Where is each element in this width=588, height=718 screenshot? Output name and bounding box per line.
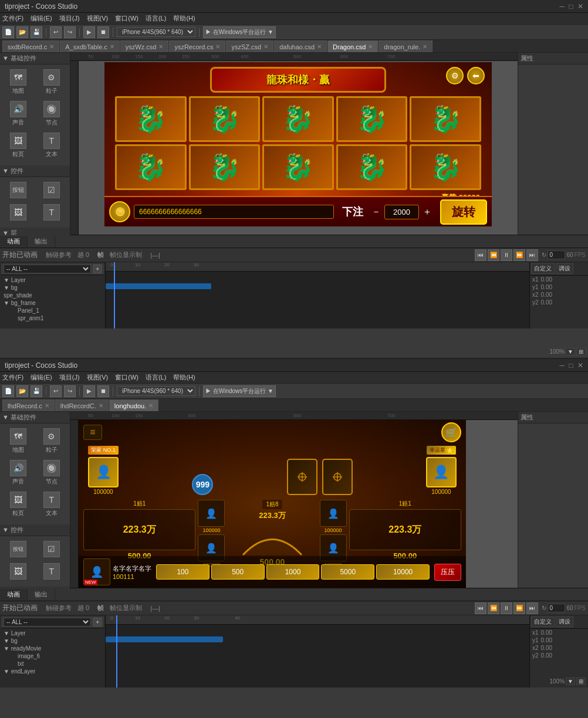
b-frame-input[interactable] <box>548 604 565 612</box>
canvas-content[interactable]: 龍珠和様・贏 ⚙ ⬅ 🐉 🐉 🐉 🐉 <box>79 61 518 235</box>
add-layer-btn[interactable]: + <box>93 265 102 273</box>
tab-dragon-rule[interactable]: dragon_rule.✕ <box>379 40 432 52</box>
b-define-btn[interactable]: 自定义 <box>531 617 555 627</box>
node-item[interactable]: 🔘节点 <box>36 99 68 129</box>
redo-btn[interactable]: ↪ <box>64 26 76 38</box>
b-text-item[interactable]: T文本 <box>36 489 68 520</box>
b-menu-project[interactable]: 项目(J) <box>59 373 80 382</box>
b-node-item[interactable]: 🔘节点 <box>36 458 68 488</box>
tab-yszsz[interactable]: yszSZ.csd✕ <box>226 40 273 52</box>
b-tl-pause-btn[interactable]: ⏸ <box>501 602 512 614</box>
b-settings-btn2[interactable]: 调设 <box>556 617 573 627</box>
b-canvas-content[interactable]: ≡ 🛒 荣家 NO.1 👤 100000 <box>79 420 518 588</box>
chip-500[interactable]: 500 <box>211 564 265 580</box>
b-loop-btn[interactable]: ↻ <box>542 605 546 611</box>
b-tab-lhdrec[interactable]: lhdRecord.c✕ <box>2 399 55 411</box>
b-tl-end-btn[interactable]: ⏭ <box>526 602 538 614</box>
particle-item[interactable]: ⚙粒子 <box>36 67 68 97</box>
b-run-btn[interactable]: ▶ 在Windows平台运行 ▼ <box>203 385 276 397</box>
b-text-widget[interactable]: T <box>36 561 68 582</box>
b-add-layer-btn[interactable]: + <box>93 618 102 626</box>
run-btn[interactable]: ▶ 在Windows平台运行 ▼ <box>203 26 276 38</box>
tab-yszwz[interactable]: yszWz.csd✕ <box>120 40 169 52</box>
menu-edit[interactable]: 编辑(E) <box>31 14 52 23</box>
stop-btn[interactable]: ⏹ <box>97 26 109 38</box>
settings-icon[interactable]: ⚙ <box>446 67 464 84</box>
close-icon[interactable]: ✕ <box>45 402 49 409</box>
b-new-btn[interactable]: 📄 <box>2 385 14 397</box>
bet-btn[interactable]: 压压 <box>434 564 461 581</box>
close-icon[interactable]: ✕ <box>148 402 153 409</box>
cart-btn[interactable]: 🛒 <box>441 422 461 442</box>
device-selector[interactable]: iPhone 4/4S(960 * 640) <box>117 27 195 37</box>
anim-tab[interactable]: 动画 <box>0 236 28 247</box>
checkbox-widget[interactable]: ☑ <box>36 180 68 201</box>
b-menu-edit[interactable]: 编辑(E) <box>31 373 52 382</box>
tl-end-btn[interactable]: ⏭ <box>526 249 538 261</box>
b-tab-longhudou[interactable]: longhudou.✕ <box>109 399 158 411</box>
layer-item[interactable]: 🖼粒页 <box>2 130 35 161</box>
b-menu-lang[interactable]: 语言(L) <box>146 373 166 382</box>
bottom-minimize-btn[interactable]: ─ <box>560 361 565 370</box>
save-btn[interactable]: 💾 <box>31 26 42 38</box>
close-icon[interactable]: ✕ <box>49 43 54 50</box>
close-btn[interactable]: ✕ <box>577 2 583 11</box>
chip-100[interactable]: 100 <box>156 564 209 580</box>
maximize-btn[interactable]: □ <box>569 2 573 11</box>
close-icon[interactable]: ✕ <box>263 43 268 50</box>
b-start-anim-btn[interactable]: 开始已动画 <box>2 603 38 613</box>
menu-lang[interactable]: 语言(L) <box>146 14 166 23</box>
start-anim-btn[interactable]: 开始已动画 <box>2 250 38 260</box>
b-menu-file[interactable]: 文件(F) <box>2 373 23 382</box>
b-layer-select[interactable]: -- ALL -- <box>4 618 91 626</box>
chip-5000[interactable]: 5000 <box>321 564 374 580</box>
b-open-btn[interactable]: 📂 <box>16 385 28 397</box>
button-widget[interactable]: 按钮 <box>2 180 35 201</box>
close-icon[interactable]: ✕ <box>423 43 427 50</box>
close-icon[interactable]: ✕ <box>110 43 114 50</box>
map-item[interactable]: 🗺地图 <box>2 67 35 97</box>
b-menu-view[interactable]: 视图(V) <box>87 373 109 382</box>
chip-1000[interactable]: 1000 <box>266 564 320 580</box>
sound-item[interactable]: 🔊声音 <box>2 99 35 129</box>
b-undo-btn[interactable]: ↩ <box>50 385 62 397</box>
tab-dafuhao[interactable]: dafuhao.csd✕ <box>274 40 327 52</box>
output-tab[interactable]: 输出 <box>28 236 55 247</box>
b-zoom-dropdown[interactable]: ▼ <box>566 678 575 685</box>
b-sound-item[interactable]: 🔊声音 <box>2 458 35 488</box>
tl-next-btn[interactable]: ⏩ <box>513 249 525 261</box>
tab-yszrec[interactable]: yszRecord.cs✕ <box>169 40 225 52</box>
fit-btn[interactable]: ⊞ <box>576 348 586 355</box>
spin-btn[interactable]: 旋转 <box>440 199 487 225</box>
tl-play-btn[interactable]: ⏮ <box>475 249 486 261</box>
tab-asxdb[interactable]: A_sxdbTable.c✕ <box>60 40 120 52</box>
minus-btn[interactable]: － <box>371 206 381 218</box>
b-device-selector[interactable]: iPhone 4/4S(960 * 640) <box>117 386 195 396</box>
tl-pause-btn[interactable]: ⏸ <box>501 249 512 261</box>
open-btn[interactable]: 📂 <box>16 26 28 38</box>
image-widget[interactable]: 🖼 <box>2 202 35 223</box>
new-btn[interactable]: 📄 <box>2 26 14 38</box>
tab-sxdb[interactable]: sxdbRecord.c✕ <box>2 40 59 52</box>
b-stop-btn[interactable]: ⏹ <box>97 385 109 397</box>
close-icon[interactable]: ✕ <box>368 43 373 50</box>
layer-select[interactable]: -- ALL -- <box>4 265 91 273</box>
b-save-btn[interactable]: 💾 <box>31 385 42 397</box>
b-particle-item[interactable]: ⚙粒子 <box>36 426 68 456</box>
b-image-widget[interactable]: 🖼 <box>2 561 35 582</box>
tl-prev-btn[interactable]: ⏪ <box>488 249 499 261</box>
b-tl-prev-btn[interactable]: ⏪ <box>488 602 499 614</box>
text-widget[interactable]: T <box>36 202 68 223</box>
settings-btn2[interactable]: 调设 <box>556 263 573 274</box>
bottom-close-btn[interactable]: ✕ <box>577 361 583 370</box>
exit-icon[interactable]: ⬅ <box>467 67 485 84</box>
menu-window[interactable]: 窗口(W) <box>115 14 138 23</box>
text-item[interactable]: T文本 <box>36 130 68 161</box>
b-menu-window[interactable]: 窗口(W) <box>115 373 138 382</box>
chip-10000[interactable]: 10000 <box>376 564 430 580</box>
b-redo-btn[interactable]: ↪ <box>64 385 76 397</box>
b-checkbox-widget[interactable]: ☑ <box>36 538 68 560</box>
play-btn[interactable]: ▶ <box>83 26 95 38</box>
menu-file[interactable]: 文件(F) <box>2 14 23 23</box>
close-icon[interactable]: ✕ <box>317 43 322 50</box>
